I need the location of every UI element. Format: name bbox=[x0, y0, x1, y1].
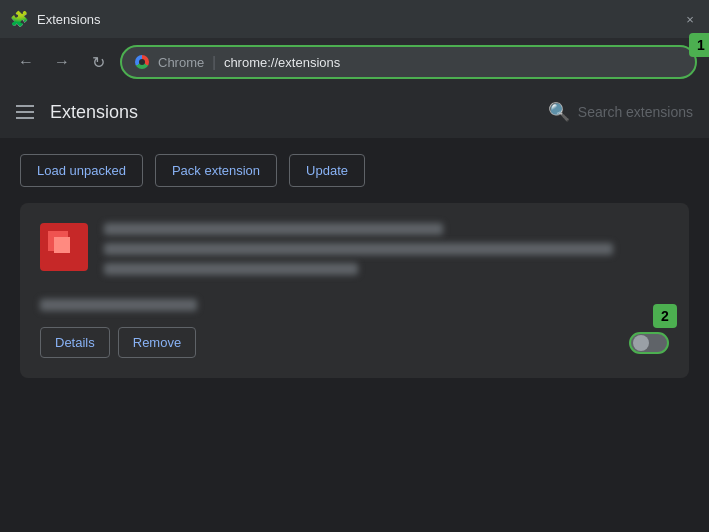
page-title: Extensions bbox=[50, 102, 138, 123]
back-button[interactable]: ← bbox=[12, 48, 40, 76]
extensions-content: Details Remove 2 bbox=[0, 203, 709, 532]
search-placeholder: Search extensions bbox=[578, 104, 693, 120]
toggle-knob bbox=[633, 335, 649, 351]
extension-id-blurred bbox=[104, 263, 358, 275]
extension-desc-blurred bbox=[104, 243, 613, 255]
pack-extension-button[interactable]: Pack extension bbox=[155, 154, 277, 187]
address-site: Chrome bbox=[158, 55, 204, 70]
refresh-button[interactable]: ↻ bbox=[84, 48, 112, 76]
extensions-header: Extensions 🔍 Search extensions bbox=[0, 86, 709, 138]
nav-bar: ← → ↻ Chrome | chrome://extensions 1 bbox=[0, 38, 709, 86]
remove-button[interactable]: Remove bbox=[118, 327, 196, 358]
extensions-page: Extensions 🔍 Search extensions Load unpa… bbox=[0, 86, 709, 532]
extensions-toolbar: Load unpacked Pack extension Update bbox=[0, 138, 709, 203]
extension-card-body bbox=[40, 223, 669, 283]
update-button[interactable]: Update bbox=[289, 154, 365, 187]
extension-name-blurred bbox=[104, 223, 443, 235]
address-divider: | bbox=[212, 54, 216, 70]
search-icon[interactable]: 🔍 bbox=[548, 101, 570, 123]
menu-button[interactable] bbox=[16, 105, 34, 119]
card-footer-buttons: Details Remove bbox=[40, 327, 196, 358]
details-button[interactable]: Details bbox=[40, 327, 110, 358]
extension-extra-blurred bbox=[40, 299, 197, 311]
toggle-wrapper: 2 bbox=[629, 332, 669, 354]
chrome-logo-icon bbox=[134, 54, 150, 70]
extension-card-footer: Details Remove 2 bbox=[40, 327, 669, 358]
extension-info bbox=[104, 223, 669, 283]
tab-close-button[interactable]: × bbox=[681, 10, 699, 28]
load-unpacked-button[interactable]: Load unpacked bbox=[20, 154, 143, 187]
forward-button[interactable]: → bbox=[48, 48, 76, 76]
address-bar[interactable]: Chrome | chrome://extensions 1 bbox=[120, 45, 697, 79]
step-1-badge: 1 bbox=[689, 33, 709, 57]
tab-favicon: 🧩 bbox=[10, 10, 29, 28]
extension-toggle[interactable] bbox=[629, 332, 669, 354]
step-2-badge: 2 bbox=[653, 304, 677, 328]
header-left: Extensions bbox=[16, 102, 138, 123]
header-right: 🔍 Search extensions bbox=[548, 101, 693, 123]
title-bar: 🧩 Extensions × bbox=[0, 0, 709, 38]
address-url: chrome://extensions bbox=[224, 55, 340, 70]
extension-icon-inner bbox=[54, 237, 70, 253]
tab-title: Extensions bbox=[37, 12, 673, 27]
extension-card: Details Remove 2 bbox=[20, 203, 689, 378]
extension-icon bbox=[40, 223, 88, 271]
